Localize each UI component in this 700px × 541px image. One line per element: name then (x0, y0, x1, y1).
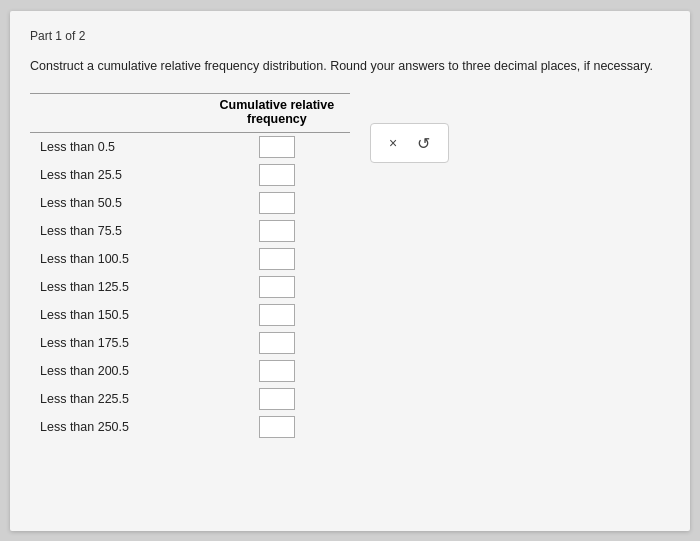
row-label: Less than 75.5 (30, 217, 204, 245)
frequency-input-3[interactable] (259, 220, 295, 242)
input-cell (204, 217, 350, 245)
table-row: Less than 25.5 (30, 161, 350, 189)
input-cell (204, 133, 350, 162)
frequency-input-9[interactable] (259, 388, 295, 410)
col-header-label (30, 94, 204, 133)
frequency-input-5[interactable] (259, 276, 295, 298)
frequency-input-4[interactable] (259, 248, 295, 270)
frequency-input-6[interactable] (259, 304, 295, 326)
undo-button[interactable]: ↺ (413, 134, 434, 153)
frequency-input-2[interactable] (259, 192, 295, 214)
part-label: Part 1 of 2 (30, 29, 670, 43)
table-row: Less than 150.5 (30, 301, 350, 329)
input-cell (204, 357, 350, 385)
input-cell (204, 273, 350, 301)
row-label: Less than 150.5 (30, 301, 204, 329)
table-row: Less than 225.5 (30, 385, 350, 413)
col-header-freq: Cumulative relativefrequency (204, 94, 350, 133)
input-cell (204, 161, 350, 189)
close-button[interactable]: × (385, 135, 401, 151)
table-row: Less than 250.5 (30, 413, 350, 441)
instruction-text: Construct a cumulative relative frequenc… (30, 57, 670, 76)
table-row: Less than 100.5 (30, 245, 350, 273)
row-label: Less than 100.5 (30, 245, 204, 273)
input-cell (204, 385, 350, 413)
frequency-input-1[interactable] (259, 164, 295, 186)
table-row: Less than 0.5 (30, 133, 350, 162)
table-row: Less than 125.5 (30, 273, 350, 301)
frequency-input-8[interactable] (259, 360, 295, 382)
row-label: Less than 25.5 (30, 161, 204, 189)
input-cell (204, 189, 350, 217)
input-cell (204, 245, 350, 273)
table-row: Less than 50.5 (30, 189, 350, 217)
frequency-input-0[interactable] (259, 136, 295, 158)
table-row: Less than 200.5 (30, 357, 350, 385)
frequency-input-10[interactable] (259, 416, 295, 438)
row-label: Less than 175.5 (30, 329, 204, 357)
row-label: Less than 125.5 (30, 273, 204, 301)
table-row: Less than 175.5 (30, 329, 350, 357)
table-area: Cumulative relativefrequency Less than 0… (30, 93, 670, 441)
input-cell (204, 413, 350, 441)
frequency-table: Cumulative relativefrequency Less than 0… (30, 93, 350, 441)
input-cell (204, 329, 350, 357)
input-cell (204, 301, 350, 329)
table-row: Less than 75.5 (30, 217, 350, 245)
row-label: Less than 50.5 (30, 189, 204, 217)
row-label: Less than 225.5 (30, 385, 204, 413)
action-box: × ↺ (370, 123, 449, 163)
row-label: Less than 250.5 (30, 413, 204, 441)
row-label: Less than 0.5 (30, 133, 204, 162)
frequency-input-7[interactable] (259, 332, 295, 354)
row-label: Less than 200.5 (30, 357, 204, 385)
main-page: Part 1 of 2 Construct a cumulative relat… (10, 11, 690, 531)
